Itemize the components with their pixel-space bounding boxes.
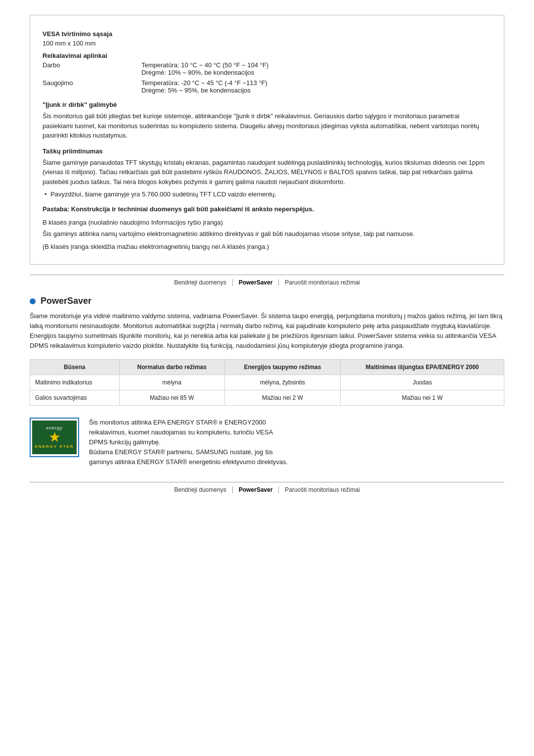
darbo-row: Darbo Temperatūra: 10 °C ~ 40 °C (50 °F … [43,61,491,76]
table-cell-galios-normalus: Mažiau nei 85 W [119,390,224,405]
specs-section: VESA tvirtinimo sąsaja 100 mm x 100 mm R… [30,15,504,265]
b-class-text2: (B klasės įranga skleidžia mažiau elektr… [43,242,491,252]
table-row: Maitinimo indikatorius mėlyna mėlyna, žy… [30,375,504,390]
table-cell-maitinimo-normalus: mėlyna [119,375,224,390]
energy-star-logo: energy ★ ENERGY STAR [30,418,79,457]
table-cell-maitinimo-energijos: mėlyna, žybsintis [224,375,340,390]
powersaver-section: PowerSaver Šiame monitoriuje yra vidinė … [30,296,504,467]
energy-star-star-icon: ★ [48,430,61,444]
env-label: Reikalavimai aplinkai [43,52,491,59]
energy-desc-line1: Šis monitorius atitinka EPA ENERGY STAR®… [89,419,266,426]
nav-top-item1[interactable]: Bendrieji duomenys [168,279,232,286]
powersaver-header: PowerSaver [30,296,504,306]
powersaver-title: PowerSaver [41,296,91,306]
bullet-item: Pavyzdžiui, šiame gaminyje yra 5.760.000… [43,189,491,199]
table-header-normalus: Normalus darbo režimas [119,359,224,375]
nav-top-item2[interactable]: PowerSaver [233,279,279,286]
darbo-value: Temperatūra: 10 °C ~ 40 °C (50 °F ~ 104 … [141,61,491,76]
blue-dot-icon [30,298,36,304]
nav-top: Bendrieji duomenys PowerSaver Paruošti m… [30,275,504,286]
powersaver-table: Būsena Normalus darbo režimas Energijos … [30,359,504,406]
table-cell-galios-energijos: Mažiau nei 2 W [224,390,340,405]
nav-bottom-item1[interactable]: Bendrieji duomenys [168,486,232,493]
energy-star-description: Šis monitorius atitinka EPA ENERGY STAR®… [89,418,504,468]
energy-desc-line5: gaminys atitinka ENERGY STAR® energetini… [89,458,288,466]
table-row: Galios suvartojimas Mažiau nei 85 W Maži… [30,390,504,405]
bold-note: Pastaba: Konstrukcija ir techniniai duom… [43,204,491,214]
darbo-temp: Temperatūra: 10 °C ~ 40 °C (50 °F ~ 104 … [141,61,491,69]
b-class-label: B klasės įranga (nuolatinio naudojimo In… [43,219,491,226]
plugin-label: "Įjunk ir dirbk" galimybė [43,101,491,108]
powersaver-description: Šiame monitoriuje yra vidinė maitinimo v… [30,311,504,351]
table-cell-galios-isj: Mažiau nei 1 W [341,390,504,405]
table-cell-maitinimo-isj: Juodas [341,375,504,390]
saugojimo-temp: Temperatūra: -20 °C ~ 45 °C (-4 °F ~113 … [141,79,491,87]
table-header-energijos: Energijos taupymo režimas [224,359,340,375]
nav-top-item3[interactable]: Paruošti monitoriaus režimai [279,279,365,286]
page: VESA tvirtinimo sąsaja 100 mm x 100 mm R… [0,15,534,756]
table-header-row: Būsena Normalus darbo režimas Energijos … [30,359,504,375]
vesa-label: VESA tvirtinimo sąsaja [43,30,491,38]
darbo-label: Darbo [43,61,141,76]
saugojimo-label: Saugojimo [43,79,141,94]
energy-desc-line2: reikalavimus, kuomet naudojamas su kompi… [89,428,273,436]
saugojimo-dregme: Drėgmė: 5% ~ 95%, be kondensacijos [141,87,491,94]
energy-desc-line3: DPMS funkcijų galimybę. [89,438,161,446]
taskpriimtinumas-label: Taškų priimtinumas [43,147,491,155]
plugin-text: Šis monitorius gali būti įdiegtas bet ku… [43,111,491,141]
b-class-text1: Šis gaminys atitinka namų vartojimo elek… [43,229,491,239]
nav-bottom-item3[interactable]: Paruošti monitoriaus režimai [279,486,365,493]
energy-star-section: energy ★ ENERGY STAR Šis monitorius atit… [30,418,504,468]
darbo-dregme: Drėgmė: 10% ~ 80%, be kondensacijos [141,69,491,76]
table-header-maitinimas: Maitinimas išjungtas EPA/ENERGY 2000 [341,359,504,375]
taskpriimtinumas-text1: Šiame gaminyje panaudotas TFT skystųjų k… [43,158,491,187]
nav-bottom: Bendrieji duomenys PowerSaver Paruošti m… [30,482,504,493]
saugojimo-value: Temperatūra: -20 °C ~ 45 °C (-4 °F ~113 … [141,79,491,94]
saugojimo-row: Saugojimo Temperatūra: -20 °C ~ 45 °C (-… [43,79,491,94]
energy-star-text-bottom: ENERGY STAR [35,444,74,449]
nav-bottom-item2[interactable]: PowerSaver [233,486,279,493]
energy-star-inner: energy ★ ENERGY STAR [32,421,77,454]
table-header-busena: Būsena [30,359,120,375]
table-cell-maitinimo-label: Maitinimo indikatorius [30,375,120,390]
energy-desc-line4: Būdama ENERGY STAR® partneriu, SAMSUNG n… [89,448,273,456]
vesa-value: 100 mm x 100 mm [43,40,491,47]
table-cell-galios-label: Galios suvartojimas [30,390,120,405]
